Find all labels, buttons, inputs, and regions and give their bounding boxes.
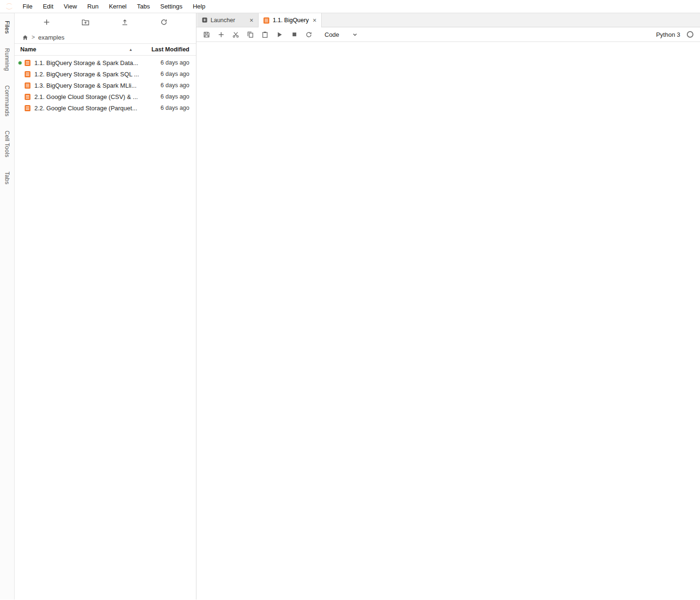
file-browser: > examples Name ▲ Last Modified 1.1. Big…	[15, 13, 196, 600]
file-modified: 6 days ago	[161, 93, 189, 100]
file-row[interactable]: 1.3. BigQuery Storage & Spark MLli...6 d…	[15, 80, 196, 91]
file-name: 1.3. BigQuery Storage & Spark MLli...	[34, 82, 161, 89]
breadcrumb-folder[interactable]: examples	[38, 34, 65, 41]
cell-type-value: Code	[325, 31, 339, 38]
refresh-icon[interactable]	[158, 16, 170, 28]
side-tabstrip: FilesRunningCommandsCell ToolsTabs	[0, 13, 15, 600]
cut-cells-button[interactable]	[228, 28, 243, 41]
breadcrumb: > examples	[15, 31, 196, 43]
menu-run[interactable]: Run	[82, 1, 104, 11]
jupyterlab-app: FileEditViewRunKernelTabsSettingsHelp Fi…	[0, 0, 700, 600]
stop-button[interactable]	[287, 28, 301, 41]
notebook-icon	[24, 59, 31, 66]
upload-icon[interactable]	[119, 16, 131, 28]
file-browser-toolbar	[15, 13, 196, 31]
copy-cells-button[interactable]	[243, 28, 258, 41]
tab-1-1-bigquery-s[interactable]: 1.1. BigQuery S×	[259, 13, 322, 27]
file-modified: 6 days ago	[161, 82, 189, 89]
sidebar-tab-commands[interactable]: Commands	[4, 85, 10, 116]
file-row[interactable]: 2.1. Google Cloud Storage (CSV) & ...6 d…	[15, 91, 196, 102]
notebook-icon	[24, 105, 31, 112]
menu-file[interactable]: File	[17, 1, 38, 11]
menu-settings[interactable]: Settings	[155, 1, 187, 11]
menu-view[interactable]: View	[58, 1, 82, 11]
menu-help[interactable]: Help	[187, 1, 211, 11]
close-icon[interactable]: ×	[249, 17, 254, 24]
file-row[interactable]: 1.2. BigQuery Storage & Spark SQL ...6 d…	[15, 68, 196, 80]
doc-tabbar: Launcher×1.1. BigQuery S×	[196, 13, 700, 27]
tab-launcher[interactable]: Launcher×	[197, 13, 259, 27]
file-row[interactable]: 1.1. BigQuery Storage & Spark Data...6 d…	[15, 57, 196, 68]
insert-cell-button[interactable]	[214, 28, 228, 41]
file-name: 2.1. Google Cloud Storage (CSV) & ...	[34, 93, 161, 100]
kernel-status-icon	[687, 31, 693, 38]
notebook-icon	[263, 17, 270, 24]
sidebar-tab-running[interactable]: Running	[4, 48, 10, 71]
file-modified: 6 days ago	[161, 71, 189, 77]
cell-type-select[interactable]: Code	[322, 30, 360, 39]
kernel-running-dot	[18, 61, 22, 65]
launcher-icon	[202, 17, 208, 23]
home-icon[interactable]	[22, 34, 28, 41]
notebook-icon	[24, 93, 31, 100]
column-header-modified[interactable]: Last Modified	[151, 46, 189, 53]
run-button[interactable]	[272, 28, 287, 41]
sidebar-tab-tabs[interactable]: Tabs	[4, 172, 10, 185]
main-area: Launcher×1.1. BigQuery S×	[196, 13, 700, 600]
kernel-dot-placeholder	[18, 73, 22, 76]
save-button[interactable]	[199, 28, 214, 41]
kernel-dot-placeholder	[18, 95, 22, 99]
breadcrumb-separator: >	[32, 34, 35, 41]
jupyter-logo	[5, 2, 14, 11]
notebook-icon	[24, 82, 31, 89]
notebook-icon	[24, 71, 31, 78]
file-modified: 6 days ago	[161, 105, 189, 111]
file-modified: 6 days ago	[161, 59, 189, 66]
restart-kernel-button[interactable]	[301, 28, 316, 41]
paste-cells-button[interactable]	[258, 28, 272, 41]
menubar-items: FileEditViewRunKernelTabsSettingsHelp	[17, 1, 211, 11]
sort-ascending-icon[interactable]: ▲	[129, 48, 133, 52]
menu-edit[interactable]: Edit	[38, 1, 58, 11]
file-name: 1.2. BigQuery Storage & Spark SQL ...	[34, 71, 161, 78]
file-row[interactable]: 2.2. Google Cloud Storage (Parquet...6 d…	[15, 102, 196, 114]
close-icon[interactable]: ×	[312, 17, 317, 24]
menu-tabs[interactable]: Tabs	[132, 1, 155, 11]
menubar: FileEditViewRunKernelTabsSettingsHelp	[0, 0, 700, 13]
chevron-down-icon	[352, 32, 358, 37]
notebook-toolbar: Code Python 3	[196, 27, 700, 42]
notebook	[196, 42, 700, 600]
menu-kernel[interactable]: Kernel	[104, 1, 132, 11]
kernel-dot-placeholder	[18, 107, 22, 110]
file-list: 1.1. BigQuery Storage & Spark Data...6 d…	[15, 56, 196, 600]
new-folder-button[interactable]	[80, 16, 92, 28]
tab-label: Launcher	[211, 17, 246, 24]
tab-label: 1.1. BigQuery S	[273, 17, 309, 24]
file-name: 1.1. BigQuery Storage & Spark Data...	[34, 59, 161, 66]
sidebar-tab-files[interactable]: Files	[4, 21, 10, 34]
new-launcher-button[interactable]	[41, 16, 53, 28]
kernel-name[interactable]: Python 3	[656, 31, 680, 38]
column-header-name[interactable]: Name	[20, 46, 36, 53]
sidebar-tab-cell-tools[interactable]: Cell Tools	[4, 131, 10, 157]
kernel-dot-placeholder	[18, 84, 22, 87]
file-list-header: Name ▲ Last Modified	[15, 43, 196, 56]
file-name: 2.2. Google Cloud Storage (Parquet...	[34, 105, 161, 112]
